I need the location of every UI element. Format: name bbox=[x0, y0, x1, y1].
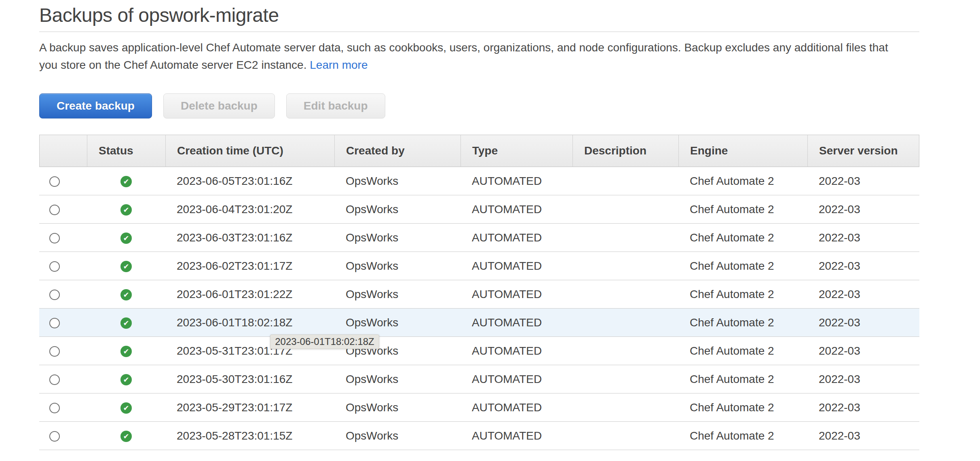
page-description: A backup saves application-level Chef Au… bbox=[39, 39, 919, 74]
cell-type: AUTOMATED bbox=[460, 280, 572, 309]
table-header: Status Creation time (UTC) Created by Ty… bbox=[39, 135, 919, 167]
cell-server-version: 2022-03 bbox=[807, 365, 919, 393]
cell-engine: Chef Automate 2 bbox=[678, 252, 807, 280]
cell-created-by: OpsWorks bbox=[334, 365, 460, 393]
cell-description bbox=[572, 224, 678, 252]
cell-creation-time: 2023-05-29T23:01:17Z bbox=[165, 393, 334, 422]
learn-more-link[interactable]: Learn more bbox=[310, 59, 368, 71]
header-creation-time: Creation time (UTC) bbox=[165, 135, 334, 167]
table-row[interactable]: ✔ 2023-05-31T23:01:17Z OpsWorks AUTOMATE… bbox=[39, 337, 919, 365]
cell-description bbox=[572, 393, 678, 422]
page-title: Backups of opswork-migrate bbox=[39, 2, 919, 28]
check-circle-icon: ✔ bbox=[120, 176, 132, 187]
cell-created-by: OpsWorks bbox=[334, 280, 460, 309]
table-row[interactable]: ✔ 2023-05-28T23:01:15Z OpsWorks AUTOMATE… bbox=[39, 422, 919, 450]
edit-backup-button[interactable]: Edit backup bbox=[286, 93, 385, 118]
cell-creation-time: 2023-06-01T18:02:18Z bbox=[165, 309, 334, 337]
cell-created-by: OpsWorks bbox=[334, 422, 460, 450]
cell-description bbox=[572, 422, 678, 450]
create-backup-button[interactable]: Create backup bbox=[39, 93, 152, 118]
table-row[interactable]: ✔ 2023-05-30T23:01:16Z OpsWorks AUTOMATE… bbox=[39, 365, 919, 393]
check-circle-icon: ✔ bbox=[120, 261, 132, 272]
header-select bbox=[39, 135, 87, 167]
cell-engine: Chef Automate 2 bbox=[678, 167, 807, 195]
cell-creation-time: 2023-06-01T23:01:22Z bbox=[165, 280, 334, 309]
cell-type: AUTOMATED bbox=[460, 393, 572, 422]
cell-server-version: 2022-03 bbox=[807, 195, 919, 224]
cell-type: AUTOMATED bbox=[460, 422, 572, 450]
delete-backup-button[interactable]: Delete backup bbox=[163, 93, 275, 118]
header-description: Description bbox=[572, 135, 678, 167]
cell-server-version: 2022-03 bbox=[807, 337, 919, 365]
cell-type: AUTOMATED bbox=[460, 224, 572, 252]
row-radio[interactable] bbox=[49, 205, 60, 215]
cell-description bbox=[572, 252, 678, 280]
cell-server-version: 2022-03 bbox=[807, 422, 919, 450]
cell-engine: Chef Automate 2 bbox=[678, 280, 807, 309]
check-circle-icon: ✔ bbox=[120, 233, 132, 244]
cell-creation-time: 2023-05-30T23:01:16Z bbox=[165, 365, 334, 393]
cell-created-by: OpsWorks bbox=[334, 167, 460, 195]
cell-type: AUTOMATED bbox=[460, 365, 572, 393]
cell-engine: Chef Automate 2 bbox=[678, 224, 807, 252]
check-circle-icon: ✔ bbox=[120, 374, 132, 385]
cell-type: AUTOMATED bbox=[460, 252, 572, 280]
check-circle-icon: ✔ bbox=[120, 346, 132, 357]
table-row[interactable]: ✔ 2023-06-03T23:01:16Z OpsWorks AUTOMATE… bbox=[39, 224, 919, 252]
cell-description bbox=[572, 309, 678, 337]
header-status: Status bbox=[87, 135, 165, 167]
row-radio[interactable] bbox=[49, 176, 60, 187]
description-line-1: A backup saves application-level Chef Au… bbox=[39, 39, 919, 56]
check-circle-icon: ✔ bbox=[120, 289, 132, 300]
cell-engine: Chef Automate 2 bbox=[678, 365, 807, 393]
table-row[interactable]: ✔ 2023-06-02T23:01:17Z OpsWorks AUTOMATE… bbox=[39, 252, 919, 280]
row-radio[interactable] bbox=[49, 403, 60, 413]
cell-engine: Chef Automate 2 bbox=[678, 309, 807, 337]
check-circle-icon: ✔ bbox=[120, 431, 132, 442]
cell-server-version: 2022-03 bbox=[807, 252, 919, 280]
description-line-2-text: you store on the Chef Automate server EC… bbox=[39, 59, 306, 71]
cell-creation-time: 2023-05-28T23:01:15Z bbox=[165, 422, 334, 450]
row-radio[interactable] bbox=[49, 318, 60, 328]
cell-type: AUTOMATED bbox=[460, 167, 572, 195]
title-divider bbox=[39, 32, 919, 32]
cell-type: AUTOMATED bbox=[460, 337, 572, 365]
cell-engine: Chef Automate 2 bbox=[678, 393, 807, 422]
cell-description bbox=[572, 337, 678, 365]
check-circle-icon: ✔ bbox=[120, 204, 132, 216]
cell-engine: Chef Automate 2 bbox=[678, 195, 807, 224]
header-server-version: Server version bbox=[807, 135, 919, 167]
main-content: Backups of opswork-migrate A backup save… bbox=[39, 2, 919, 450]
row-radio[interactable] bbox=[49, 346, 60, 357]
table-row[interactable]: ✔ 2023-06-01T23:01:22Z OpsWorks AUTOMATE… bbox=[39, 280, 919, 309]
header-type: Type bbox=[460, 135, 572, 167]
header-created-by: Created by bbox=[334, 135, 460, 167]
cell-type: AUTOMATED bbox=[460, 309, 572, 337]
cell-created-by: OpsWorks bbox=[334, 224, 460, 252]
cell-creation-time: 2023-06-04T23:01:20Z bbox=[165, 195, 334, 224]
cell-created-by: OpsWorks bbox=[334, 393, 460, 422]
cell-description bbox=[572, 280, 678, 309]
cell-server-version: 2022-03 bbox=[807, 280, 919, 309]
table-row-highlighted[interactable]: ✔ 2023-06-01T18:02:18Z OpsWorks AUTOMATE… bbox=[39, 309, 919, 337]
row-radio[interactable] bbox=[49, 261, 60, 272]
table-row[interactable]: ✔ 2023-06-05T23:01:16Z OpsWorks AUTOMATE… bbox=[39, 167, 919, 195]
cell-creation-time: 2023-06-03T23:01:16Z bbox=[165, 224, 334, 252]
row-radio[interactable] bbox=[49, 290, 60, 300]
table-row[interactable]: ✔ 2023-05-29T23:01:17Z OpsWorks AUTOMATE… bbox=[39, 393, 919, 422]
table-row[interactable]: ✔ 2023-06-04T23:01:20Z OpsWorks AUTOMATE… bbox=[39, 195, 919, 224]
cell-server-version: 2022-03 bbox=[807, 309, 919, 337]
cell-description bbox=[572, 167, 678, 195]
cell-engine: Chef Automate 2 bbox=[678, 337, 807, 365]
cell-creation-time: 2023-06-05T23:01:16Z bbox=[165, 167, 334, 195]
toolbar: Create backup Delete backup Edit backup bbox=[39, 93, 919, 118]
creation-time-tooltip: 2023-06-01T18:02:18Z bbox=[270, 334, 379, 349]
cell-type: AUTOMATED bbox=[460, 195, 572, 224]
row-radio[interactable] bbox=[49, 374, 60, 385]
cell-creation-time: 2023-06-02T23:01:17Z bbox=[165, 252, 334, 280]
row-radio[interactable] bbox=[49, 233, 60, 243]
cell-server-version: 2022-03 bbox=[807, 393, 919, 422]
row-radio[interactable] bbox=[49, 431, 60, 442]
check-circle-icon: ✔ bbox=[120, 317, 132, 329]
check-circle-icon: ✔ bbox=[120, 402, 132, 414]
